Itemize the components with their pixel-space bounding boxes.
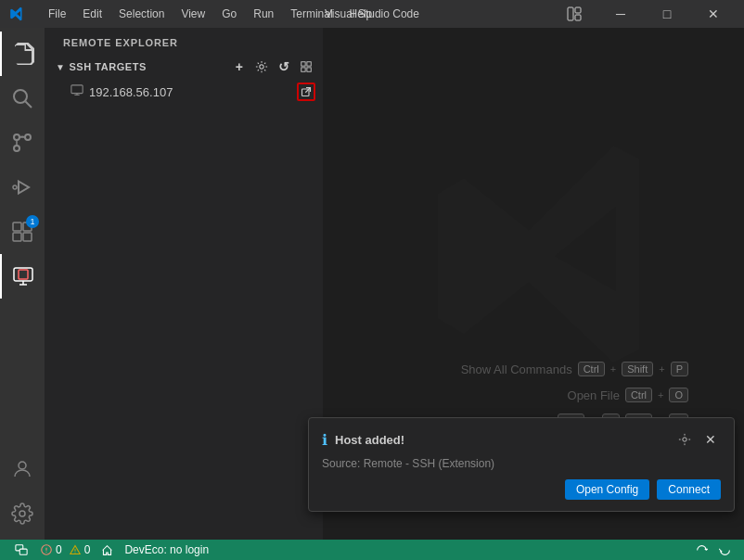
warning-count: 0 [84,543,91,556]
ssh-refresh-icon[interactable]: ↺ [275,57,293,76]
ssh-settings-icon[interactable] [252,57,271,76]
open-file-label: Open File [568,388,620,402]
collapse-icon [300,60,313,73]
svg-point-29 [683,438,686,441]
run-debug-icon [11,176,33,198]
svg-rect-20 [301,62,305,66]
menu-edit[interactable]: Edit [75,6,109,22]
status-bar: 0 0 DevEco: no login [0,540,744,560]
connect-new-window-button[interactable] [297,83,315,101]
svg-point-18 [19,511,25,516]
activity-run[interactable] [0,165,45,210]
svg-rect-12 [23,233,32,241]
svg-rect-21 [307,62,311,66]
maximize-button[interactable]: □ [646,0,688,28]
svg-rect-31 [19,549,27,554]
notification-close-button[interactable]: ✕ [700,429,721,450]
explorer-icon [12,43,34,65]
activity-bar: 1 [0,28,45,540]
settings-icon [11,503,33,525]
notification-settings-icon [678,433,691,446]
status-home-icon[interactable] [96,540,119,560]
svg-point-35 [45,552,46,553]
ssh-targets-section[interactable]: ▼ SSH TARGETS + ↺ [45,54,323,80]
sync-icon [696,544,708,556]
svg-rect-24 [71,84,83,93]
svg-point-37 [74,552,75,553]
source-control-icon [11,132,33,154]
menu-view[interactable]: View [173,6,212,22]
activity-search[interactable] [0,76,45,121]
svg-point-6 [25,134,31,140]
activity-source-control[interactable] [0,121,45,165]
activity-explorer[interactable] [0,32,45,76]
notification-header: ℹ Host added! ✕ [322,429,721,450]
activity-extensions[interactable]: 1 [0,210,45,254]
status-remote-icon[interactable] [7,540,35,560]
ssh-add-icon[interactable]: + [230,57,249,76]
accounts-icon [11,458,33,480]
gear-icon [255,60,268,73]
svg-rect-1 [575,7,581,13]
deveco-label: DevEco: no login [124,543,209,556]
menu-file[interactable]: File [41,6,73,22]
sidebar-title: Remote Explorer [45,28,323,54]
minimize-button[interactable]: ─ [599,0,642,28]
main-content: Show All Commands Ctrl + Shift + P Open … [323,28,744,540]
warning-icon [70,544,81,555]
svg-line-28 [305,88,310,93]
shortcut-show-commands: Show All Commands Ctrl + Shift + P [461,362,688,376]
status-errors-warnings[interactable]: 0 0 [35,540,96,560]
menu-go[interactable]: Go [214,6,244,22]
vscode-logo-icon [9,6,24,21]
extensions-badge: 1 [26,215,39,228]
svg-point-5 [14,134,19,140]
open-config-button[interactable]: Open Config [565,479,649,500]
activity-accounts[interactable] [0,447,45,491]
sidebar: Remote Explorer ▼ SSH TARGETS + ↺ 192.16… [45,28,323,540]
menu-selection[interactable]: Selection [111,6,172,22]
ssh-section-label: SSH TARGETS [69,61,230,72]
home-icon [101,544,113,556]
svg-point-8 [13,185,17,189]
svg-point-17 [19,462,26,469]
svg-point-7 [14,146,19,151]
ssh-host-label: 192.168.56.107 [89,85,297,99]
remote-status-icon [15,543,28,556]
status-deveco[interactable]: DevEco: no login [119,540,214,560]
notification-gear-button[interactable] [674,429,695,450]
svg-rect-22 [301,68,305,71]
svg-rect-2 [575,15,581,20]
svg-rect-11 [13,233,21,241]
layout-icon [567,6,582,21]
vscode-bg-logo [425,126,685,386]
layout-button[interactable] [553,0,596,28]
notification-top-actions: ✕ [674,429,721,450]
kbd-shift: Shift [622,362,653,376]
activity-settings[interactable] [0,491,45,536]
status-refresh-icon[interactable] [713,544,737,556]
menu-run[interactable]: Run [246,6,281,22]
ssh-host-item[interactable]: 192.168.56.107 [45,80,323,104]
ssh-collapse-icon[interactable] [297,57,315,76]
svg-line-4 [26,102,32,108]
kbd-ctrl-1: Ctrl [578,362,605,376]
close-button[interactable]: ✕ [692,0,735,28]
app-body: 1 Remote Explorer ▼ SSH TARGETS + [0,28,744,540]
search-icon [11,87,33,109]
refresh-icon [719,544,731,556]
notification-buttons: Open Config Connect [322,479,721,500]
activity-remote-explorer[interactable] [0,254,45,299]
notification-title: Host added! [335,433,674,447]
connect-button[interactable]: Connect [657,479,721,500]
notification-panel: ℹ Host added! ✕ Source: Remote - SSH (Ex… [308,417,735,512]
status-sync-icon[interactable] [690,544,713,556]
svg-point-19 [260,65,263,69]
svg-rect-23 [307,68,311,71]
error-icon [41,544,52,555]
error-count: 0 [56,543,62,556]
svg-rect-14 [19,270,28,279]
app-title: Visual Studio Code [325,7,419,20]
title-bar: File Edit Selection View Go Run Terminal… [0,0,744,28]
show-commands-label: Show All Commands [461,363,572,376]
